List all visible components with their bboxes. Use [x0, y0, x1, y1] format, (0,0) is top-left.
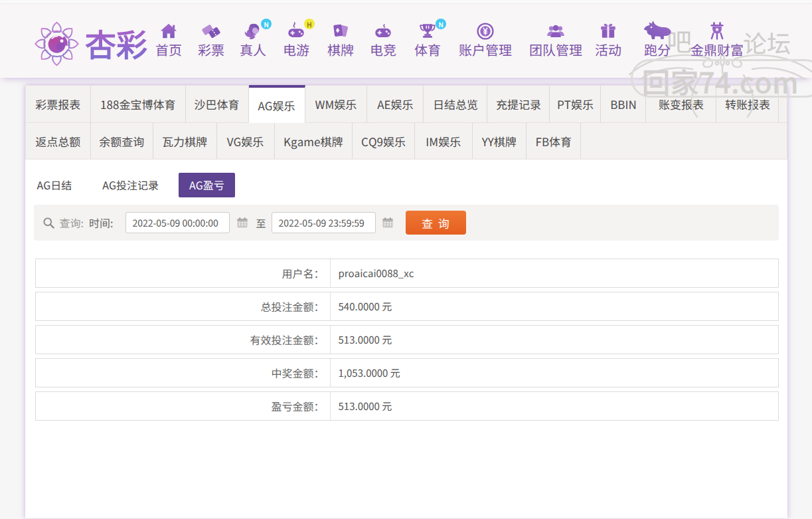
tab-row1-2[interactable]: 沙巴体育: [186, 86, 249, 122]
nav-item-3[interactable]: H 电游: [283, 23, 309, 58]
main-panel: 彩票报表 188金宝博体育 沙巴体育 AG娱乐 WM娱乐 AE娱乐 日结总览 充…: [25, 85, 787, 518]
nav-n-badge: N: [436, 19, 446, 29]
subtab-1[interactable]: AG投注记录: [92, 173, 169, 197]
live-person-icon: N: [243, 23, 263, 41]
account-yuan-icon: [475, 23, 495, 41]
report-row-value: proaicai0088_xc: [331, 259, 414, 287]
filter-bar: 查询: 时间: 至 查 询: [34, 205, 779, 241]
report-row-value: 1,053.0000 元: [331, 359, 400, 387]
query-label: 查询:: [60, 215, 84, 231]
nav-item-4[interactable]: 棋牌: [327, 23, 354, 58]
report-row-value: 513.0000 元: [331, 392, 392, 420]
time-to-input[interactable]: [272, 212, 376, 233]
home-icon: [159, 23, 179, 41]
report-table: 用户名： proaicai0088_xc 总投注金额： 540.0000 元 有…: [35, 259, 779, 421]
nav-item-label: 电游: [283, 41, 309, 58]
nav-item-0[interactable]: 首页: [155, 23, 182, 58]
run-score-rhino-icon: [641, 23, 673, 41]
nav-item-6[interactable]: N 体育: [414, 23, 441, 58]
nav-item-label: 彩票: [198, 41, 224, 58]
nav-item-label: 活动: [595, 41, 621, 58]
team-people-icon: [546, 23, 566, 41]
nav-item-label: 真人: [240, 41, 266, 58]
nav-item-label: 团队管理: [529, 41, 582, 58]
brand-logo[interactable]: 杏彩: [35, 19, 147, 67]
sports-trophy-icon: N: [418, 23, 438, 41]
content-area: AG日结 AG投注记录 AG盈亏 查询: 时间: 至 查 询 用户名： proa…: [25, 159, 787, 421]
report-row-label: 中奖金额：: [36, 359, 331, 387]
nav-item-5[interactable]: 电竞: [370, 23, 396, 58]
tab-row2-7[interactable]: YY棋牌: [473, 123, 527, 159]
tab-row1-3[interactable]: AG娱乐: [249, 85, 305, 123]
esports-gamepad-icon: [373, 23, 393, 41]
tab-row2-6[interactable]: IM娱乐: [415, 123, 473, 159]
tab-row2-3[interactable]: VG娱乐: [217, 123, 275, 159]
query-submit-button[interactable]: 查 询: [406, 211, 466, 235]
tab-row1-8[interactable]: PT娱乐: [550, 86, 601, 122]
nav-item-11[interactable]: 金鼎财富: [690, 23, 744, 58]
report-row-value: 513.0000 元: [331, 326, 392, 354]
nav-item-10[interactable]: 跑分: [641, 23, 673, 58]
tab-row1-4[interactable]: WM娱乐: [305, 86, 368, 122]
tab-row-2: 返点总额 余额查询 瓦力棋牌 VG娱乐 Kgame棋牌 CQ9娱乐 IM娱乐 Y…: [26, 122, 787, 159]
cards-icon: [331, 23, 351, 41]
nav-n-badge: N: [261, 19, 272, 29]
report-row: 盈亏金额： 513.0000 元: [35, 391, 779, 421]
nav-item-label: 体育: [414, 41, 441, 58]
search-icon: [42, 217, 55, 229]
nav-item-2[interactable]: N 真人: [240, 23, 266, 58]
tab-row1-6[interactable]: 日结总览: [424, 86, 487, 122]
tab-row2-1[interactable]: 余额查询: [91, 123, 153, 159]
tab-row1-1[interactable]: 188金宝博体育: [91, 86, 186, 122]
report-row-label: 总投注金额：: [36, 292, 331, 320]
report-row: 有效投注金额： 513.0000 元: [35, 325, 779, 354]
activity-gift-icon: [598, 23, 618, 41]
nav-item-label: 电竞: [370, 41, 396, 58]
tab-row1-7[interactable]: 充提记录: [487, 86, 550, 122]
nav-h-badge: H: [304, 19, 315, 29]
tab-row1-5[interactable]: AE娱乐: [367, 86, 424, 122]
time-label: 时间:: [89, 215, 113, 231]
tab-row2-2[interactable]: 瓦力棋牌: [153, 123, 217, 159]
report-row: 用户名： proaicai0088_xc: [35, 259, 779, 288]
calendar-icon-to[interactable]: [382, 217, 394, 229]
nav-item-label: 首页: [155, 41, 182, 58]
lottery-ticket-icon: [201, 23, 221, 41]
subtab-0[interactable]: AG日结: [27, 173, 83, 197]
egame-gamepad-icon: H: [286, 23, 306, 41]
watermark-forum-text: 论坛: [743, 25, 791, 59]
range-separator-label: 至: [256, 216, 266, 230]
nav-item-label: 跑分: [644, 41, 671, 58]
nav-item-9[interactable]: 活动: [595, 23, 621, 58]
report-row-value: 540.0000 元: [331, 292, 392, 320]
tab-row2-5[interactable]: CQ9娱乐: [353, 123, 415, 159]
subtab-2[interactable]: AG盈亏: [179, 173, 235, 197]
report-row-label: 用户名：: [36, 259, 331, 287]
tab-row1-0[interactable]: 彩票报表: [26, 86, 92, 122]
tab-row2-0[interactable]: 返点总额: [26, 123, 92, 159]
report-row: 总投注金额： 540.0000 元: [35, 292, 779, 321]
page: 杏彩 首页 彩票 N 真人 H 电游 棋牌 电竞 N 体育 账户管理 团队管理 …: [0, 0, 812, 519]
tab-row2-8[interactable]: FB体育: [527, 123, 581, 159]
report-row-label: 有效投注金额：: [36, 326, 331, 354]
report-row: 中奖金额： 1,053.0000 元: [35, 358, 779, 387]
report-row-label: 盈亏金额：: [36, 392, 331, 420]
logo-flower-icon: [35, 19, 79, 67]
calendar-icon-from[interactable]: [236, 217, 248, 229]
nav-item-8[interactable]: 团队管理: [529, 23, 582, 58]
nav-item-label: 账户管理: [459, 41, 512, 58]
time-from-input[interactable]: [125, 212, 230, 233]
nav-item-1[interactable]: 彩票: [198, 23, 224, 58]
brand-logo-text: 杏彩: [85, 19, 147, 67]
watermark-site-text: 回家74.com: [642, 60, 799, 101]
golden-ding-icon: [706, 23, 728, 41]
tab-row2-4[interactable]: Kgame棋牌: [275, 123, 353, 159]
nav-item-label: 棋牌: [327, 41, 354, 58]
nav-item-7[interactable]: 账户管理: [459, 23, 512, 58]
sub-tabs: AG日结 AG投注记录 AG盈亏: [27, 173, 779, 197]
nav-item-label: 金鼎财富: [690, 41, 744, 58]
